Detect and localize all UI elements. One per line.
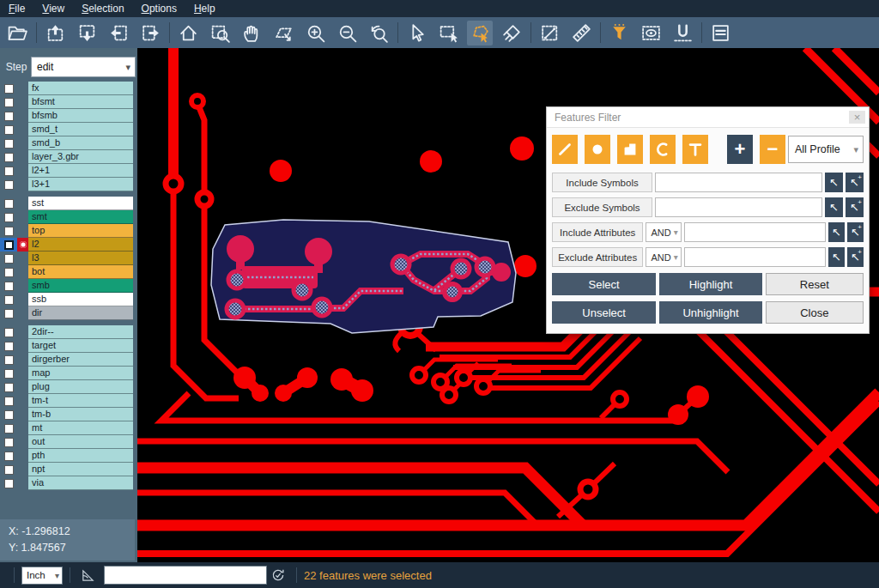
layer-checkbox[interactable] bbox=[0, 109, 17, 123]
layer-name[interactable]: l3 bbox=[28, 252, 133, 265]
layer-active-indicator[interactable] bbox=[17, 380, 28, 394]
include-symbols-input[interactable] bbox=[655, 173, 822, 192]
layer-checkbox[interactable] bbox=[0, 353, 17, 367]
layer-checkbox[interactable] bbox=[0, 210, 17, 224]
rectangle-select-button[interactable] bbox=[435, 21, 461, 45]
exclude-symbols-input[interactable] bbox=[655, 197, 822, 217]
layer-name[interactable]: plug bbox=[28, 380, 133, 394]
remove-filter-button[interactable]: − bbox=[760, 135, 785, 164]
layer-name[interactable]: top bbox=[28, 224, 133, 238]
open-folder-button[interactable] bbox=[4, 21, 30, 45]
layer-active-indicator[interactable] bbox=[17, 421, 28, 435]
dialog-title-bar[interactable]: Features Filter bbox=[547, 107, 869, 128]
close-button[interactable]: Close bbox=[766, 301, 864, 324]
layer-active-indicator[interactable] bbox=[17, 325, 28, 339]
layer-checkbox[interactable] bbox=[0, 279, 17, 293]
refresh-check-icon[interactable] bbox=[270, 567, 286, 583]
layer-checkbox[interactable] bbox=[0, 339, 17, 353]
layer-active-indicator[interactable] bbox=[17, 95, 28, 109]
exclude-attributes-button[interactable]: Exclude Attributes bbox=[552, 247, 643, 267]
layer-checkbox[interactable] bbox=[0, 408, 17, 421]
select-button[interactable]: Select bbox=[552, 273, 656, 295]
pan-left-button[interactable] bbox=[106, 21, 131, 45]
layer-active-indicator[interactable] bbox=[17, 367, 28, 380]
layer-checkbox[interactable] bbox=[0, 136, 17, 150]
layer-name[interactable]: out bbox=[28, 435, 133, 449]
polygon-select-button[interactable] bbox=[467, 21, 493, 45]
layer-active-indicator[interactable] bbox=[17, 123, 28, 136]
zoom-window-button[interactable] bbox=[207, 21, 233, 45]
layer-name[interactable]: l2+1 bbox=[28, 164, 133, 178]
layer-name[interactable]: fx bbox=[28, 82, 133, 95]
brush-select-button[interactable] bbox=[499, 21, 524, 45]
layer-name[interactable]: target bbox=[28, 339, 133, 353]
layer-name[interactable]: l3+1 bbox=[28, 178, 133, 191]
layer-checkbox[interactable] bbox=[0, 238, 17, 252]
layer-active-indicator[interactable] bbox=[17, 463, 28, 476]
layer-active-indicator[interactable] bbox=[17, 210, 28, 224]
layer-active-indicator[interactable] bbox=[17, 339, 28, 353]
close-icon[interactable] bbox=[849, 111, 865, 124]
layer-active-indicator[interactable] bbox=[17, 306, 28, 320]
zoom-selected-button[interactable] bbox=[270, 21, 296, 45]
include-attributes-button[interactable]: Include Attributes bbox=[552, 222, 643, 242]
pick-add-from-canvas-button[interactable]: ↖+ bbox=[847, 247, 864, 267]
layer-active-indicator[interactable] bbox=[17, 394, 28, 408]
layer-active-indicator[interactable] bbox=[17, 82, 28, 95]
layer-active-indicator[interactable] bbox=[17, 238, 28, 252]
layer-checkbox[interactable] bbox=[0, 449, 17, 463]
unselect-button[interactable]: Unselect bbox=[552, 301, 656, 324]
add-filter-button[interactable]: + bbox=[727, 135, 753, 164]
layer-name[interactable]: sst bbox=[28, 197, 133, 210]
unit-select[interactable]: Inch bbox=[21, 567, 63, 585]
layer-checkbox[interactable] bbox=[0, 252, 17, 265]
layer-checkbox[interactable] bbox=[0, 164, 17, 178]
select-arrow-button[interactable] bbox=[403, 21, 429, 45]
layer-active-indicator[interactable] bbox=[17, 178, 28, 191]
snap-button[interactable] bbox=[670, 21, 695, 45]
zoom-out-button[interactable] bbox=[334, 21, 360, 45]
arc-feature-button[interactable] bbox=[650, 135, 676, 164]
measure-distance-button[interactable] bbox=[536, 21, 562, 45]
layer-active-indicator[interactable] bbox=[17, 150, 28, 164]
layer-active-indicator[interactable] bbox=[17, 252, 28, 265]
layer-checkbox[interactable] bbox=[0, 82, 17, 95]
layer-name[interactable]: smt bbox=[28, 210, 133, 224]
layer-name[interactable]: dirgerber bbox=[28, 353, 133, 367]
pan-right-button[interactable] bbox=[137, 21, 163, 45]
include-attributes-input[interactable] bbox=[684, 222, 826, 242]
menu-options[interactable]: Options bbox=[133, 0, 185, 17]
layer-active-indicator[interactable] bbox=[17, 224, 28, 238]
pan-down-button[interactable] bbox=[74, 21, 100, 45]
pick-add-from-canvas-button[interactable]: ↖+ bbox=[846, 197, 864, 217]
layer-name[interactable]: via bbox=[28, 476, 133, 490]
logic-operator-select[interactable]: AND bbox=[646, 222, 682, 242]
pick-from-canvas-button[interactable]: ↖ bbox=[825, 173, 843, 192]
layer-checkbox[interactable] bbox=[0, 265, 17, 279]
layer-name[interactable]: smd_b bbox=[28, 136, 133, 150]
layer-name[interactable]: bfsmb bbox=[28, 109, 133, 123]
pad-feature-button[interactable] bbox=[585, 135, 610, 164]
layer-name[interactable]: l2 bbox=[28, 238, 133, 252]
profile-select[interactable]: All Profile bbox=[788, 136, 864, 163]
layer-name[interactable]: ssb bbox=[28, 293, 133, 306]
layer-active-indicator[interactable] bbox=[17, 136, 28, 150]
layer-checkbox[interactable] bbox=[0, 123, 17, 136]
layer-active-indicator[interactable] bbox=[17, 449, 28, 463]
menu-selection[interactable]: Selection bbox=[73, 0, 132, 17]
zoom-previous-button[interactable] bbox=[366, 21, 391, 45]
menu-file[interactable]: File bbox=[0, 0, 33, 17]
layer-active-indicator[interactable] bbox=[17, 435, 28, 449]
home-button[interactable] bbox=[175, 21, 201, 45]
layer-checkbox[interactable] bbox=[0, 476, 17, 490]
logic-operator-select[interactable]: AND bbox=[646, 247, 682, 267]
layer-name[interactable]: layer_3.gbr bbox=[28, 150, 133, 164]
step-select[interactable]: edit bbox=[31, 57, 136, 77]
layer-checkbox[interactable] bbox=[0, 325, 17, 339]
exclude-symbols-button[interactable]: Exclude Symbols bbox=[552, 197, 652, 217]
layer-name[interactable]: smb bbox=[28, 279, 133, 293]
layer-checkbox[interactable] bbox=[0, 293, 17, 306]
layer-checkbox[interactable] bbox=[0, 197, 17, 210]
pick-add-from-canvas-button[interactable]: ↖+ bbox=[847, 222, 864, 242]
layer-name[interactable]: pth bbox=[28, 449, 133, 463]
